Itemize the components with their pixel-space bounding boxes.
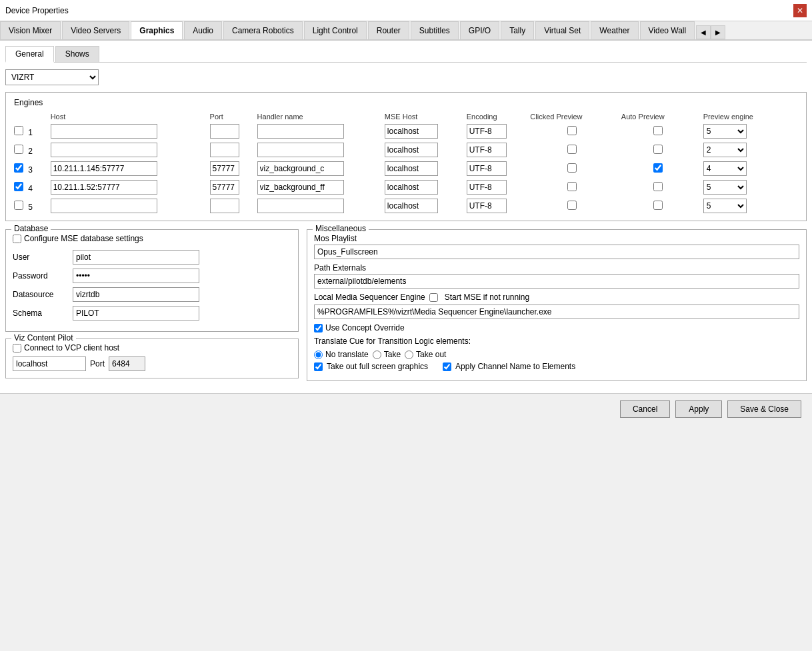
tab-vision-mixer[interactable]: Vision Mixer [0,21,61,39]
row-5-port-input[interactable] [210,199,239,213]
row-5-encoding-input[interactable] [467,199,507,213]
row-5-host-input[interactable] [51,199,157,213]
vcp-port-label: Port [90,359,105,368]
row-3-checkbox[interactable] [14,163,23,173]
graphics-type-dropdown[interactable]: VIZRT [5,69,99,85]
row-4-handler-input[interactable] [257,180,344,195]
row-4-port-input[interactable] [210,180,239,195]
row-2-auto-preview-checkbox[interactable] [653,145,663,154]
no-translate-radio[interactable] [314,350,323,359]
launcher-input[interactable] [314,305,799,319]
row-5-auto-preview-checkbox[interactable] [653,201,663,210]
row-1-preview-engine-select[interactable]: 12345678 [703,124,747,139]
row-2-encoding-input[interactable] [467,143,507,157]
save-close-button[interactable]: Save & Close [727,400,801,418]
tab-camera-robotics[interactable]: Camera Robotics [223,21,303,39]
take-out-option[interactable]: Take out [405,350,446,359]
sub-tab-shows[interactable]: Shows [55,46,99,62]
row-1-auto-preview-checkbox[interactable] [653,126,663,135]
vcp-port-input[interactable] [109,356,145,371]
row-2-checkbox[interactable] [14,145,23,154]
row-5-handler-input[interactable] [257,199,344,213]
row-2-handler-input[interactable] [257,143,344,157]
vcp-host-input[interactable] [13,356,86,371]
row-2-host-input[interactable] [51,143,157,157]
left-column: Database Configure MSE database settings… [5,229,299,388]
row-4-num: 4 [26,184,33,193]
bottom-checkboxes-row: Take out full screen graphics Apply Chan… [314,362,799,371]
take-out-full-screen-option[interactable]: Take out full screen graphics [314,362,428,371]
close-button[interactable]: ✕ [793,4,807,17]
table-row: 212345678 [11,141,801,159]
row-3-preview-engine-select[interactable]: 12345678 [703,161,747,176]
row-2-clicked-preview-checkbox[interactable] [567,145,577,154]
row-2-preview-engine-select[interactable]: 12345678 [703,143,747,157]
mos-playlist-input[interactable] [314,245,799,259]
connect-vcp-checkbox[interactable] [13,344,21,352]
row-1-clicked-preview-checkbox[interactable] [567,126,577,135]
col-clicked-preview: Clicked Preview [527,111,619,122]
tab-video-servers[interactable]: Video Servers [62,21,129,39]
tab-subtitles[interactable]: Subtitles [411,21,459,39]
row-3-auto-preview-checkbox[interactable] [653,163,663,173]
cancel-button[interactable]: Cancel [620,400,670,418]
row-4-encoding-input[interactable] [467,180,507,195]
tab-gpi-o[interactable]: GPI/O [460,21,499,39]
schema-input[interactable] [73,306,199,321]
row-4-mse-host-input[interactable] [385,180,438,195]
row-5-clicked-preview-checkbox[interactable] [567,201,577,210]
row-1-checkbox[interactable] [14,126,23,135]
row-1-host-input[interactable] [51,124,157,139]
tab-nav-right[interactable]: ▶ [711,25,725,39]
row-1-mse-host-input[interactable] [385,124,438,139]
apply-channel-name-checkbox[interactable] [443,362,451,371]
row-5-checkbox[interactable] [14,201,23,210]
datasource-input[interactable] [73,287,199,302]
content-area: General Shows VIZRT Engines Host Port Ha… [0,41,812,393]
row-4-auto-preview-checkbox[interactable] [653,182,663,191]
row-1-handler-input[interactable] [257,124,344,139]
row-5-preview-engine-select[interactable]: 12345678 [703,199,747,213]
apply-channel-name-option[interactable]: Apply Channel Name to Elements [443,362,575,371]
row-1-port-input[interactable] [210,124,239,139]
col-auto-preview: Auto Preview [619,111,701,122]
start-mse-checkbox[interactable] [429,293,438,302]
tab-nav-left[interactable]: ◀ [696,25,711,39]
row-1-encoding-input[interactable] [467,124,507,139]
row-2-port-input[interactable] [210,143,239,157]
tab-router[interactable]: Router [368,21,409,39]
row-3-host-input[interactable] [51,161,157,176]
take-out-radio[interactable] [405,350,413,359]
sub-tab-general[interactable]: General [5,46,54,63]
row-3-clicked-preview-checkbox[interactable] [567,163,577,173]
use-concept-override-checkbox[interactable] [314,324,323,332]
path-externals-input[interactable] [314,274,799,289]
tab-light-control[interactable]: Light Control [304,21,367,39]
take-out-full-screen-checkbox[interactable] [314,362,323,371]
row-3-port-input[interactable] [210,161,239,176]
tab-tally[interactable]: Tally [501,21,534,39]
tab-audio[interactable]: Audio [184,21,222,39]
tab-video-wall[interactable]: Video Wall [640,21,695,39]
row-4-preview-engine-select[interactable]: 12345678 [703,180,747,195]
tab-weather[interactable]: Weather [591,21,638,39]
row-3-mse-host-input[interactable] [385,161,438,176]
take-radio[interactable] [373,350,381,359]
row-2-mse-host-input[interactable] [385,143,438,157]
password-input[interactable] [73,269,199,283]
user-input[interactable] [73,250,199,265]
row-3-handler-input[interactable] [257,161,344,176]
configure-mse-checkbox[interactable] [13,235,21,243]
tab-graphics[interactable]: Graphics [131,21,183,41]
local-media-sequencer-label: Local Media Sequencer Engine [314,293,425,302]
tab-virtual-set[interactable]: Virtual Set [535,21,589,39]
row-4-clicked-preview-checkbox[interactable] [567,182,577,191]
row-3-encoding-input[interactable] [467,161,507,176]
user-label: User [13,253,73,262]
take-option[interactable]: Take [373,350,401,359]
row-4-host-input[interactable] [51,180,157,195]
row-4-checkbox[interactable] [14,182,23,191]
row-5-mse-host-input[interactable] [385,199,438,213]
apply-button[interactable]: Apply [675,400,722,418]
no-translate-option[interactable]: No translate [314,350,369,359]
